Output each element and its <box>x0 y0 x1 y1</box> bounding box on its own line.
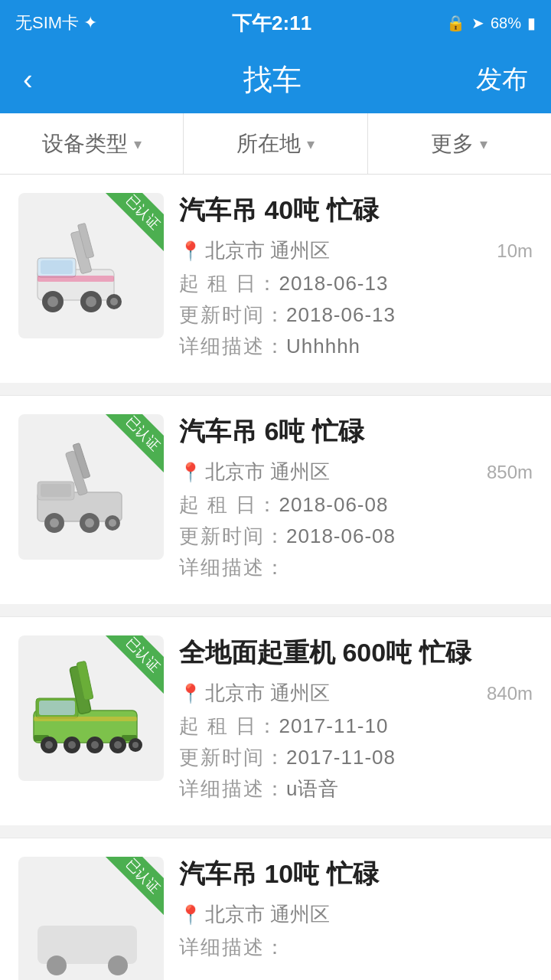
battery-icon: ▮ <box>527 14 536 32</box>
svg-point-8 <box>86 296 96 307</box>
filter-bar: 设备类型 ▾ 所在地 ▾ 更多 ▾ <box>0 113 551 175</box>
svg-point-37 <box>114 741 122 749</box>
start-date-value: 2017-11-10 <box>279 714 388 737</box>
vehicle-image-wrap: 已认证 <box>18 414 164 560</box>
vehicle-image-wrap: 已认证 <box>18 635 164 781</box>
filter-equipment-type[interactable]: 设备类型 ▾ <box>0 113 184 174</box>
svg-rect-14 <box>41 484 71 497</box>
svg-point-33 <box>68 741 76 749</box>
list-item[interactable]: 已认证 汽车吊 10吨 忙碌 📍 北京市 通州区 详细描述： <box>0 838 551 980</box>
filter-equipment-label: 设备类型 <box>42 129 128 158</box>
vehicle-image-wrap: 已认证 <box>18 193 164 338</box>
battery-text: 68% <box>491 15 521 32</box>
start-date-row: 起 租 日：2018-06-08 <box>179 492 533 518</box>
description-value: Uhhhhh <box>286 335 360 358</box>
svg-rect-11 <box>37 276 114 282</box>
svg-point-20 <box>85 518 94 528</box>
svg-rect-25 <box>39 701 75 715</box>
description-label: 详细描述： <box>179 777 286 800</box>
list-item[interactable]: 已认证 汽车吊 6吨 忙碌 📍 北京市 通州区 850m 起 租 日：2018-… <box>0 396 551 604</box>
start-date-row: 起 租 日：2017-11-10 <box>179 713 533 740</box>
location-icon: ➤ <box>471 14 484 32</box>
start-date-label: 起 租 日： <box>179 272 279 295</box>
description-label: 详细描述： <box>179 335 286 358</box>
update-time-value: 2018-06-13 <box>286 303 396 326</box>
description-row: 详细描述： <box>179 934 533 961</box>
location-row: 📍 北京市 通州区 <box>179 901 533 928</box>
back-button[interactable]: ‹ <box>23 64 69 96</box>
location-pin-icon: 📍 <box>179 240 202 262</box>
no-sim-text: 无SIM卡 ✦ <box>15 11 97 34</box>
status-bar: 无SIM卡 ✦ 下午2:11 🔒 ➤ 68% ▮ <box>0 0 551 46</box>
svg-point-43 <box>108 956 128 975</box>
start-date-label: 起 租 日： <box>179 714 279 737</box>
vehicle-distance: 840m <box>487 683 533 704</box>
card-info: 汽车吊 40吨 忙碌 📍 北京市 通州区 10m 起 租 日：2018-06-1… <box>179 193 533 364</box>
location-pin-icon: 📍 <box>179 683 202 704</box>
filter-more[interactable]: 更多 ▾ <box>368 113 551 174</box>
update-time-label: 更新时间： <box>179 746 286 769</box>
vehicle-location: 📍 北京市 通州区 <box>179 901 330 928</box>
location-pin-icon: 📍 <box>179 462 202 483</box>
start-date-value: 2018-06-08 <box>279 493 388 516</box>
description-label: 详细描述： <box>179 936 286 959</box>
svg-point-10 <box>110 298 118 305</box>
vehicle-title: 汽车吊 10吨 忙碌 <box>179 857 533 892</box>
update-time-row: 更新时间：2017-11-08 <box>179 744 533 771</box>
description-label: 详细描述： <box>179 556 286 579</box>
vehicle-title: 汽车吊 40吨 忙碌 <box>179 193 533 228</box>
svg-point-42 <box>47 956 67 975</box>
description-value: u语音 <box>286 777 339 800</box>
chevron-down-icon-equipment: ▾ <box>134 135 142 153</box>
update-time-row: 更新时间：2018-06-08 <box>179 523 533 550</box>
start-date-row: 起 租 日：2018-06-13 <box>179 270 533 297</box>
svg-point-35 <box>91 741 99 749</box>
svg-point-31 <box>45 741 53 749</box>
start-date-value: 2018-06-13 <box>279 272 388 295</box>
card-info: 全地面起重机 600吨 忙碌 📍 北京市 通州区 840m 起 租 日：2017… <box>179 635 533 807</box>
location-row: 📍 北京市 通州区 850m <box>179 459 533 485</box>
update-time-label: 更新时间： <box>179 524 286 547</box>
update-time-value: 2018-06-08 <box>286 524 396 547</box>
description-row: 详细描述：Uhhhhh <box>179 333 533 360</box>
location-pin-icon: 📍 <box>179 904 202 926</box>
list-item[interactable]: 已认证 全地面起重机 600吨 忙碌 📍 北京市 通州区 840m 起 租 日：… <box>0 617 551 825</box>
svg-point-22 <box>109 519 116 527</box>
vehicle-title: 全地面起重机 600吨 忙碌 <box>179 635 533 671</box>
chevron-down-icon-more: ▾ <box>480 135 487 153</box>
vehicle-title: 汽车吊 6吨 忙碌 <box>179 414 533 449</box>
location-text: 北京市 通州区 <box>205 459 330 485</box>
location-text: 北京市 通州区 <box>205 901 330 928</box>
status-time: 下午2:11 <box>232 10 311 37</box>
card-info: 汽车吊 6吨 忙碌 📍 北京市 通州区 850m 起 租 日：2018-06-0… <box>179 414 533 586</box>
svg-point-39 <box>132 742 139 748</box>
vehicle-image-wrap: 已认证 <box>18 857 164 980</box>
vehicle-distance: 850m <box>487 462 533 483</box>
page-title: 找车 <box>243 60 302 100</box>
location-text: 北京市 通州区 <box>205 680 330 707</box>
start-date-label: 起 租 日： <box>179 493 279 516</box>
location-row: 📍 北京市 通州区 10m <box>179 237 533 264</box>
update-time-row: 更新时间：2018-06-13 <box>179 302 533 328</box>
vehicle-location: 📍 北京市 通州区 <box>179 680 330 707</box>
list-item[interactable]: 已认证 汽车吊 40吨 忙碌 📍 北京市 通州区 10m 起 租 日：2018-… <box>0 175 551 383</box>
chevron-down-icon-location: ▾ <box>307 135 315 153</box>
card-info: 汽车吊 10吨 忙碌 📍 北京市 通州区 详细描述： <box>179 857 533 965</box>
filter-location-label: 所在地 <box>236 129 301 158</box>
location-row: 📍 北京市 通州区 840m <box>179 680 533 707</box>
vehicle-distance: 10m <box>497 240 533 262</box>
filter-location[interactable]: 所在地 ▾ <box>184 113 367 174</box>
svg-point-18 <box>50 518 59 528</box>
nav-bar: ‹ 找车 发布 <box>0 46 551 113</box>
status-left: 无SIM卡 ✦ <box>15 11 97 34</box>
update-time-label: 更新时间： <box>179 303 286 326</box>
publish-button[interactable]: 发布 <box>476 62 528 97</box>
filter-more-label: 更多 <box>431 129 474 158</box>
vehicle-location: 📍 北京市 通州区 <box>179 459 330 485</box>
lock-icon: 🔒 <box>446 14 465 32</box>
vehicle-location: 📍 北京市 通州区 <box>179 237 330 264</box>
svg-rect-40 <box>34 717 137 721</box>
status-right: 🔒 ➤ 68% ▮ <box>446 14 536 32</box>
vehicle-list: 已认证 汽车吊 40吨 忙碌 📍 北京市 通州区 10m 起 租 日：2018-… <box>0 175 551 980</box>
update-time-value: 2017-11-08 <box>286 746 396 769</box>
